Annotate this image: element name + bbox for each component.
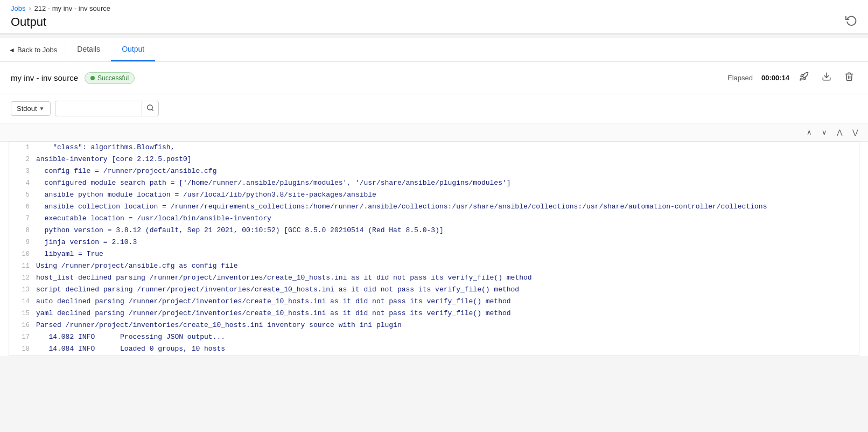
line-number: 14: [9, 296, 36, 307]
breadcrumb-jobs-link[interactable]: Jobs: [11, 4, 25, 12]
line-content: auto declined parsing /runner/project/in…: [36, 296, 859, 308]
line-content: configured module search path = ['/home/…: [36, 178, 859, 189]
stdout-select[interactable]: Stdout ▼: [11, 101, 51, 116]
line-number: 3: [9, 166, 36, 177]
line-content: "class": algorithms.Blowfish,: [36, 142, 859, 154]
status-dot: [90, 76, 95, 80]
table-row: 18 14.084 INFO Loaded 0 groups, 10 hosts: [9, 344, 859, 356]
line-content: 14.082 INFO Processing JSON output...: [36, 332, 859, 343]
table-row: 10 libyaml = True: [9, 249, 859, 261]
line-number: 13: [9, 284, 36, 295]
line-number: 12: [9, 273, 36, 283]
line-content: yaml declined parsing /runner/project/in…: [36, 308, 859, 319]
output-panel: ∧ ∨ ⋀ ⋁ 1 "class": algorithms.Blowfish,2…: [0, 123, 868, 356]
line-number: 17: [9, 332, 36, 343]
breadcrumb: Jobs › 212 - my inv - inv source: [11, 4, 857, 12]
breadcrumb-separator: ›: [29, 5, 31, 12]
job-header: my inv - inv source Successful Elapsed 0…: [0, 62, 868, 94]
back-to-jobs-label: Back to Jobs: [17, 46, 57, 54]
line-content: ansible collection location = /runner/re…: [36, 201, 859, 213]
line-content: Using /runner/project/ansible.cfg as con…: [36, 261, 859, 272]
line-content: jinja version = 2.10.3: [36, 237, 859, 248]
page-title: Output: [11, 15, 46, 29]
divider: [0, 34, 868, 38]
filter-bar: Stdout ▼: [0, 94, 868, 123]
stdout-label: Stdout: [17, 104, 37, 113]
nav-up-button[interactable]: ∧: [803, 127, 815, 138]
line-content: 14.084 INFO Loaded 0 groups, 10 hosts: [36, 344, 859, 355]
job-name: my inv - inv source: [11, 73, 78, 82]
line-content: Parsed /runner/project/inventories/creat…: [36, 320, 859, 331]
download-button[interactable]: [818, 69, 835, 86]
line-number: 2: [9, 154, 36, 165]
line-content: config file = /runner/project/ansible.cf…: [36, 166, 859, 177]
line-content: host_list declined parsing /runner/proje…: [36, 273, 859, 284]
line-number: 8: [9, 225, 36, 236]
line-content: executable location = /usr/local/bin/ans…: [36, 213, 859, 225]
tab-bar: ◄ Back to Jobs Details Output: [0, 38, 868, 62]
tab-output[interactable]: Output: [111, 38, 155, 61]
line-number: 11: [9, 261, 36, 271]
job-actions: Elapsed 00:00:14: [727, 69, 857, 86]
table-row: 3 config file = /runner/project/ansible.…: [9, 166, 859, 178]
table-row: 8 python version = 3.8.12 (default, Sep …: [9, 225, 859, 237]
table-row: 15yaml declined parsing /runner/project/…: [9, 308, 859, 320]
nav-top-button[interactable]: ⋀: [834, 127, 846, 138]
search-input[interactable]: [55, 102, 142, 115]
search-button[interactable]: [142, 101, 158, 116]
back-to-jobs-tab[interactable]: ◄ Back to Jobs: [0, 39, 66, 60]
rocket-button[interactable]: [796, 69, 812, 86]
line-content: python version = 3.8.12 (default, Sep 21…: [36, 225, 859, 236]
output-toolbar: ∧ ∨ ⋀ ⋁: [0, 123, 868, 142]
line-content: ansible python module location = /usr/lo…: [36, 190, 859, 201]
svg-line-2: [151, 109, 153, 111]
table-row: 5 ansible python module location = /usr/…: [9, 190, 859, 201]
table-row: 6 ansible collection location = /runner/…: [9, 201, 859, 213]
table-row: 4 configured module search path = ['/hom…: [9, 178, 859, 190]
line-content: script declined parsing /runner/project/…: [36, 284, 859, 296]
elapsed-time: 00:00:14: [761, 74, 789, 82]
line-content: ansible-inventory [core 2.12.5.post0]: [36, 154, 859, 165]
table-row: 11Using /runner/project/ansible.cfg as c…: [9, 261, 859, 273]
line-number: 10: [9, 249, 36, 260]
delete-button[interactable]: [841, 69, 857, 86]
history-icon[interactable]: [845, 15, 857, 29]
status-label: Successful: [97, 74, 129, 82]
table-row: 2ansible-inventory [core 2.12.5.post0]: [9, 154, 859, 166]
table-row: 7 executable location = /usr/local/bin/a…: [9, 213, 859, 225]
nav-down-button[interactable]: ∨: [818, 127, 830, 138]
line-number: 4: [9, 178, 36, 189]
code-area: 1 "class": algorithms.Blowfish,2ansible-…: [9, 142, 859, 356]
line-number: 5: [9, 190, 36, 200]
status-badge: Successful: [85, 72, 135, 84]
line-number: 15: [9, 308, 36, 319]
search-wrap: [55, 101, 159, 116]
nav-bottom-button[interactable]: ⋁: [849, 127, 862, 138]
back-arrow-icon: ◄: [9, 46, 15, 54]
table-row: 13script declined parsing /runner/projec…: [9, 284, 859, 296]
line-number: 6: [9, 201, 36, 212]
table-row: 14auto declined parsing /runner/project/…: [9, 296, 859, 308]
stdout-dropdown-arrow: ▼: [39, 106, 45, 112]
tab-details[interactable]: Details: [66, 38, 111, 61]
table-row: 9 jinja version = 2.10.3: [9, 237, 859, 249]
line-content: libyaml = True: [36, 249, 859, 260]
breadcrumb-job-name: 212 - my inv - inv source: [34, 4, 110, 12]
line-number: 16: [9, 320, 36, 331]
table-row: 17 14.082 INFO Processing JSON output...: [9, 332, 859, 344]
elapsed-label: Elapsed: [727, 74, 753, 82]
table-row: 1 "class": algorithms.Blowfish,: [9, 142, 859, 154]
line-number: 9: [9, 237, 36, 248]
line-number: 18: [9, 344, 36, 354]
job-title-section: my inv - inv source Successful: [11, 72, 135, 84]
table-row: 16Parsed /runner/project/inventories/cre…: [9, 320, 859, 332]
table-row: 12host_list declined parsing /runner/pro…: [9, 273, 859, 284]
line-number: 1: [9, 142, 36, 153]
line-number: 7: [9, 213, 36, 224]
